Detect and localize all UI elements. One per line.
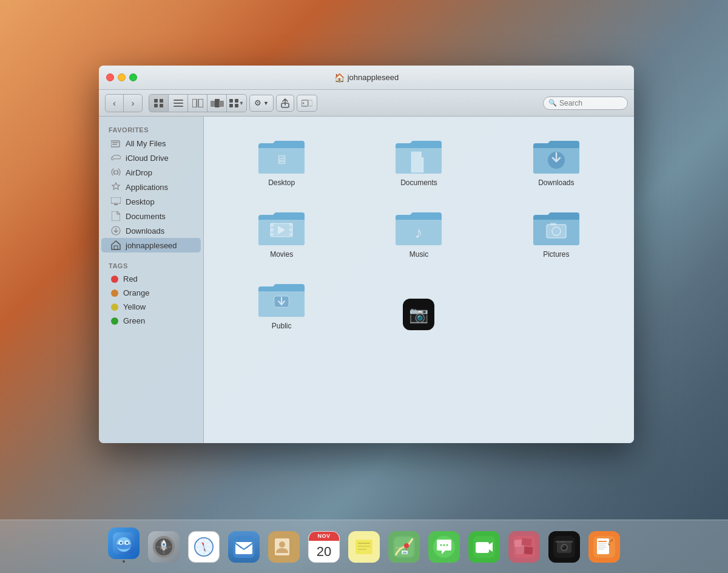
sidebar-label-home: johnappleseed (126, 241, 177, 250)
svg-rect-21 (112, 142, 118, 143)
svg-rect-7 (192, 99, 197, 107)
arrange-dropdown-button[interactable]: ▼ (227, 95, 246, 112)
sidebar-label-documents: Documents (126, 212, 166, 221)
search-input[interactable] (559, 99, 622, 107)
close-button[interactable] (106, 73, 114, 81)
gear-icon: ⚙ (254, 98, 261, 107)
view-group: ▼ (149, 94, 247, 112)
folder-documents[interactable]: Documents (353, 129, 484, 194)
downloads-folder-label: Downloads (538, 178, 574, 187)
svg-rect-15 (235, 104, 238, 107)
svg-rect-6 (174, 106, 183, 107)
forward-button[interactable]: › (124, 95, 142, 112)
dock-item-facetime[interactable] (466, 526, 502, 563)
photobooth-icon (548, 531, 580, 563)
svg-rect-100 (598, 545, 605, 546)
dock-item-pages[interactable] (586, 526, 622, 563)
svg-rect-88 (524, 546, 533, 554)
svg-rect-14 (229, 104, 233, 107)
movies-folder-label: Movies (270, 250, 293, 259)
svg-rect-101 (598, 547, 607, 548)
dock-item-launchpad[interactable] (146, 526, 182, 563)
share-button[interactable] (276, 95, 294, 112)
sidebar-item-icloud-drive[interactable]: iCloud Drive (101, 151, 201, 165)
dock-item-notes[interactable] (346, 526, 382, 563)
downloads-folder-icon (532, 136, 581, 175)
coverflow-view-button[interactable] (207, 95, 227, 112)
nav-group: ‹ › (105, 94, 143, 112)
photos-icon (508, 531, 540, 563)
svg-rect-25 (114, 204, 118, 205)
sidebar-item-all-my-files[interactable]: All My Files (101, 136, 201, 151)
screenshot-item[interactable]: 📷 (353, 272, 484, 337)
dock-item-safari[interactable] (186, 526, 222, 563)
maps-icon: 280 (388, 531, 420, 563)
list-view-button[interactable] (169, 95, 188, 112)
sidebar-item-downloads[interactable]: Downloads (101, 223, 201, 238)
home-folder-icon (111, 240, 121, 250)
svg-point-81 (447, 544, 448, 546)
notes-icon (348, 531, 380, 563)
sidebar-label-icloud: iCloud Drive (126, 154, 169, 163)
green-tag-dot (111, 317, 118, 325)
sidebar-tag-red[interactable]: Red (101, 272, 201, 286)
main-area: Favorites All My Files (99, 117, 634, 443)
svg-point-75 (404, 543, 409, 548)
svg-rect-32 (271, 228, 274, 231)
folder-pictures[interactable]: Pictures (491, 200, 622, 266)
dock-item-photobooth[interactable] (546, 526, 582, 563)
dock-item-contacts[interactable] (266, 526, 302, 563)
search-bar[interactable]: 🔍 (543, 97, 628, 110)
svg-rect-98 (598, 541, 607, 542)
folder-movies[interactable]: Movies (216, 200, 347, 266)
documents-icon (111, 211, 121, 221)
svg-rect-102 (598, 549, 604, 550)
dock-item-maps[interactable]: 280 (386, 526, 422, 563)
sidebar: Favorites All My Files (99, 117, 204, 443)
svg-point-67 (279, 541, 285, 548)
sidebar-item-documents[interactable]: Documents (101, 209, 201, 223)
icon-view-button[interactable] (149, 95, 169, 112)
dock-item-calendar[interactable]: NOV 20 (306, 526, 342, 563)
sidebar-label-red: Red (123, 274, 138, 283)
sidebar-tag-orange[interactable]: Orange (101, 286, 201, 300)
sidebar-label-green: Green (123, 316, 145, 325)
sidebar-tag-green[interactable]: Green (101, 314, 201, 328)
svg-point-18 (302, 102, 304, 104)
sidebar-item-airdrop[interactable]: AirDrop (101, 165, 201, 180)
sidebar-item-desktop[interactable]: Desktop (101, 194, 201, 209)
finder-indicator (123, 560, 125, 563)
screenshot-icon: 📷 (403, 299, 434, 330)
sidebar-item-applications[interactable]: Applications (101, 180, 201, 194)
dock-item-finder[interactable] (106, 526, 142, 563)
folder-downloads[interactable]: Downloads (491, 129, 622, 194)
minimize-button[interactable] (118, 73, 126, 81)
red-tag-dot (111, 276, 118, 283)
svg-point-23 (114, 171, 118, 174)
dock-item-photos[interactable] (506, 526, 542, 563)
downloads-icon (111, 226, 121, 236)
sidebar-label-all-my-files: All My Files (126, 139, 166, 148)
action-button[interactable]: ⚙ ▼ (249, 95, 274, 112)
svg-rect-11 (219, 101, 224, 107)
movies-folder-icon (257, 208, 306, 246)
folder-public[interactable]: Public (216, 272, 347, 337)
facetime-icon (468, 531, 500, 563)
svg-point-53 (163, 543, 165, 546)
sidebar-tag-yellow[interactable]: Yellow (101, 300, 201, 314)
dock-item-mail[interactable] (226, 526, 262, 563)
sidebar-label-orange: Orange (123, 288, 149, 297)
maximize-button[interactable] (129, 73, 137, 81)
svg-rect-87 (516, 546, 525, 554)
svg-rect-4 (174, 100, 183, 101)
home-icon: 🏠 (334, 73, 345, 83)
back-button[interactable]: ‹ (106, 95, 124, 112)
dock-item-messages[interactable] (426, 526, 462, 563)
column-view-button[interactable] (188, 95, 207, 112)
pages-icon (588, 531, 620, 563)
tag-button[interactable] (297, 95, 317, 112)
folder-music[interactable]: ♪ Music (353, 200, 484, 266)
search-icon: 🔍 (548, 99, 557, 107)
sidebar-item-home[interactable]: johnappleseed (101, 238, 201, 253)
folder-desktop[interactable]: 🖥 Desktop (216, 129, 347, 194)
